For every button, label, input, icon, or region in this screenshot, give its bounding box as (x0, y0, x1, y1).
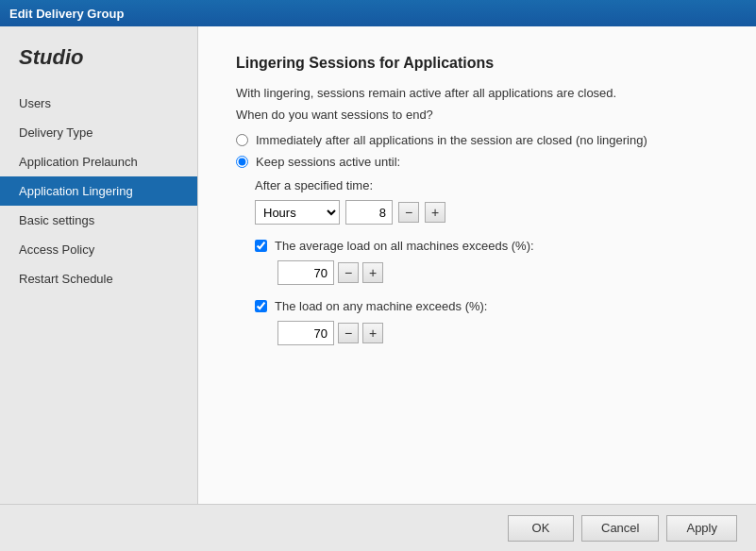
sidebar-item-access-policy[interactable]: Access Policy (0, 235, 197, 264)
radio-no-lingering[interactable]: Immediately after all applications in th… (236, 133, 718, 147)
cancel-button[interactable]: Cancel (581, 515, 659, 542)
radio-no-lingering-label: Immediately after all applications in th… (256, 133, 647, 147)
machine-load-label: The load on any machine exceeds (%): (275, 299, 487, 313)
avg-load-value-input[interactable] (277, 260, 334, 285)
keep-active-section: After a specified time: Hours Minutes Da… (255, 178, 718, 345)
machine-load-checkbox[interactable] (255, 300, 267, 312)
sidebar-item-basic-settings[interactable]: Basic settings (0, 206, 197, 235)
radio-keep-active[interactable]: Keep sessions active until: (236, 155, 718, 169)
after-time-label: After a specified time: (255, 178, 718, 192)
title-bar: Edit Delivery Group (0, 0, 756, 26)
content-title: Lingering Sessions for Applications (236, 55, 718, 72)
avg-load-input-row: − + (277, 260, 718, 285)
sidebar-item-application-lingering[interactable]: Application Lingering (0, 176, 197, 206)
hours-select[interactable]: Hours Minutes Days (255, 200, 340, 225)
session-end-question: When do you want sessions to end? (236, 108, 718, 122)
sidebar: Studio Users Delivery Type Application P… (0, 26, 198, 551)
description: With lingering, sessions remain active a… (236, 86, 718, 100)
hours-decrement-button[interactable]: − (398, 202, 419, 223)
sidebar-item-application-prelaunch[interactable]: Application Prelaunch (0, 147, 197, 176)
machine-load-input-row: − + (277, 321, 718, 345)
content-area: Lingering Sessions for Applications With… (198, 26, 756, 551)
studio-logo: Studio (0, 45, 197, 89)
machine-load-decrement-button[interactable]: − (338, 323, 359, 343)
avg-load-checkbox[interactable] (255, 240, 267, 252)
title-bar-label: Edit Delivery Group (9, 7, 124, 21)
hours-value-input[interactable] (345, 200, 393, 225)
avg-load-increment-button[interactable]: + (362, 262, 383, 283)
main-container: Studio Users Delivery Type Application P… (0, 26, 756, 551)
hours-increment-button[interactable]: + (425, 202, 445, 223)
avg-load-checkbox-row: The average load on all machines exceeds… (255, 239, 718, 253)
bottom-bar: OK Cancel Apply (0, 504, 756, 551)
sidebar-item-users[interactable]: Users (0, 89, 197, 118)
machine-load-checkbox-row: The load on any machine exceeds (%): (255, 299, 718, 313)
hours-row: Hours Minutes Days − + (255, 200, 718, 225)
ok-button[interactable]: OK (508, 515, 574, 542)
sidebar-item-delivery-type[interactable]: Delivery Type (0, 118, 197, 147)
radio-keep-active-input[interactable] (236, 156, 248, 168)
machine-load-increment-button[interactable]: + (362, 323, 383, 343)
radio-no-lingering-input[interactable] (236, 134, 248, 146)
machine-load-value-input[interactable] (277, 321, 334, 345)
radio-keep-active-label: Keep sessions active until: (256, 155, 400, 169)
sidebar-item-restart-schedule[interactable]: Restart Schedule (0, 264, 197, 293)
avg-load-decrement-button[interactable]: − (338, 262, 359, 283)
avg-load-label: The average load on all machines exceeds… (275, 239, 534, 253)
apply-button[interactable]: Apply (666, 515, 737, 542)
